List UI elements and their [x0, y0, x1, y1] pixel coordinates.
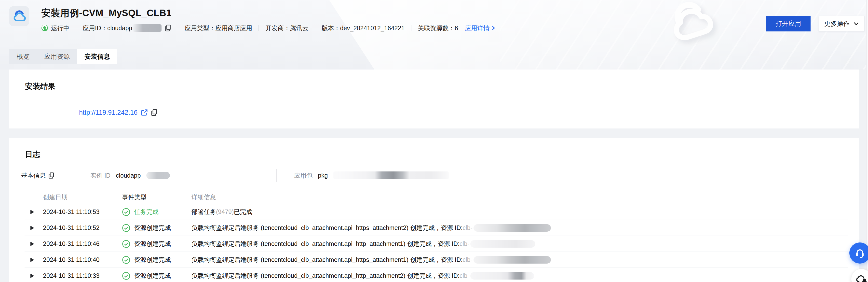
cloudapp-logo-icon	[11, 8, 27, 24]
package-redacted	[333, 171, 449, 179]
log-title: 日志	[25, 149, 40, 160]
row-event-cell: 资源创建完成	[122, 240, 191, 248]
table-row: 2024-10-31 11:10:53 任务完成 部署任务 (9479) 已完成	[25, 204, 848, 220]
log-card: 日志 基本信息 实例 ID cloudapp- 应用包 pkg- 创建	[9, 138, 859, 282]
install-result-link-row: http://119.91.242.16	[79, 108, 158, 117]
table-row: 2024-10-31 11:10:33 资源创建完成 负载均衡监绑定后端服务 (…	[25, 268, 848, 282]
expand-arrow-icon[interactable]	[30, 274, 34, 278]
resource-id-redacted	[473, 256, 551, 263]
tab-bar: 概览 应用资源 安装信息	[9, 49, 117, 64]
meta-divider	[411, 25, 411, 31]
row-detail: 负载均衡监绑定后端服务 (tencentcloud_clb_attachment…	[191, 256, 848, 264]
basic-info-label: 基本信息	[21, 171, 46, 179]
row-event-label: 任务完成	[134, 208, 159, 216]
version-value: dev_20241012_164221	[340, 25, 405, 31]
resource-id-redacted	[470, 240, 535, 248]
meta-item-type: 应用类型：应用商店应用	[185, 24, 252, 32]
row-expand-cell	[25, 210, 43, 214]
app-logo	[9, 6, 29, 26]
app-detail-link-label: 应用详情	[465, 24, 490, 32]
row-date: 2024-10-31 11:10:33	[43, 272, 122, 279]
log-table-header: 创建日期 事件类型 详细信息	[25, 190, 848, 204]
row-detail-text: 负载均衡监绑定后端服务 (tencentcloud_clb_attachment…	[191, 240, 460, 248]
resource-id-redacted	[473, 224, 551, 232]
column-header-detail: 详细信息	[191, 193, 848, 201]
app-type-value: 应用商店应用	[215, 25, 252, 31]
column-header-event: 事件类型	[122, 193, 191, 201]
meta-divider	[258, 25, 259, 31]
more-actions-label: 更多操作	[824, 20, 850, 28]
row-detail: 负载均衡监绑定后端服务 (tencentcloud_clb_attachment…	[191, 240, 848, 248]
app-id-redacted	[132, 24, 161, 32]
copy-icon[interactable]	[151, 109, 158, 116]
instance-id-value: cloudapp-	[116, 172, 143, 179]
row-detail-text: (9479)	[216, 208, 234, 216]
tab-app-resources[interactable]: 应用资源	[37, 49, 77, 64]
copy-icon[interactable]	[165, 25, 171, 31]
page-header: 安装用例-CVM_MySQL_CLB1 运行中 应用ID： cloudapp 应…	[0, 0, 868, 69]
check-circle-icon	[122, 240, 130, 248]
external-link-icon[interactable]	[141, 109, 148, 116]
tab-overview[interactable]: 概览	[9, 49, 37, 64]
open-app-button[interactable]: 打开应用	[766, 16, 811, 31]
check-circle-icon	[122, 224, 130, 232]
support-fab-button[interactable]	[849, 243, 868, 263]
row-detail-text: 已完成	[234, 208, 252, 216]
scrollbar-track[interactable]	[866, 0, 868, 282]
status-text: 运行中	[51, 24, 69, 32]
row-event-label: 资源创建完成	[134, 240, 171, 248]
row-detail-text: 负载均衡监绑定后端服务 (tencentcloud_clb_attachment…	[191, 224, 463, 232]
info-divider	[276, 169, 277, 182]
expand-arrow-icon[interactable]	[30, 226, 34, 230]
meta-divider	[76, 25, 76, 31]
chevron-down-icon	[853, 22, 859, 26]
row-event-cell: 资源创建完成	[122, 224, 191, 232]
tab-install-info[interactable]: 安装信息	[77, 49, 117, 64]
log-info-row: 基本信息 实例 ID cloudapp- 应用包 pkg-	[9, 171, 859, 180]
row-event-cell: 资源创建完成	[122, 256, 191, 264]
meta-item-developer: 开发商：腾讯云	[266, 24, 308, 32]
column-header-date: 创建日期	[43, 193, 122, 201]
row-event-cell: 资源创建完成	[122, 272, 191, 280]
install-result-title: 安装结果	[25, 81, 56, 92]
check-circle-icon	[122, 256, 130, 264]
table-row: 2024-10-31 11:10:46 资源创建完成 负载均衡监绑定后端服务 (…	[25, 236, 848, 252]
row-detail-text: clb-	[460, 240, 469, 247]
expand-arrow-icon[interactable]	[30, 242, 34, 246]
log-table: 创建日期 事件类型 详细信息 2024-10-31 11:10:53 任务完成 …	[25, 190, 848, 282]
running-status-dot-icon	[41, 25, 48, 31]
row-detail-text: clb-	[460, 272, 469, 279]
log-table-body: 2024-10-31 11:10:53 任务完成 部署任务 (9479) 已完成…	[25, 204, 848, 282]
expand-arrow-icon[interactable]	[30, 210, 34, 214]
row-event-cell: 任务完成	[122, 208, 191, 216]
app-type-label: 应用类型：	[185, 25, 215, 31]
row-event-label: 资源创建完成	[134, 272, 171, 280]
app-id-value: cloudapp	[107, 25, 132, 32]
meta-item-resource-count: 关联资源数：6	[418, 24, 458, 32]
install-result-url[interactable]: http://119.91.242.16	[79, 109, 137, 116]
chevron-right-icon	[491, 25, 495, 31]
resource-count-value: 6	[455, 25, 458, 31]
install-result-card: 安装结果 http://119.91.242.16	[9, 69, 859, 129]
version-label: 版本：	[321, 25, 340, 31]
status-badge: 运行中	[41, 24, 69, 32]
app-detail-link[interactable]: 应用详情	[465, 24, 495, 32]
instance-id-label: 实例 ID	[90, 171, 111, 179]
app-meta-row: 运行中 应用ID： cloudapp 应用类型：应用商店应用 开发商：腾讯云 版…	[41, 24, 495, 32]
row-detail-text: clb-	[463, 256, 472, 263]
row-detail-text: 负载均衡监绑定后端服务 (tencentcloud_clb_attachment…	[191, 256, 463, 264]
row-date: 2024-10-31 11:10:46	[43, 240, 122, 247]
row-expand-cell	[25, 242, 43, 246]
developer-value: 腾讯云	[290, 25, 308, 31]
check-circle-icon	[122, 208, 130, 216]
copy-icon[interactable]	[49, 172, 55, 179]
row-detail-text: 负载均衡监绑定后端服务 (tencentcloud_clb_attachment…	[191, 272, 460, 280]
basic-info-group: 基本信息	[21, 171, 55, 180]
developer-label: 开发商：	[266, 25, 290, 31]
more-actions-button[interactable]: 更多操作	[819, 16, 865, 31]
meta-item-version: 版本：dev_20241012_164221	[321, 24, 405, 32]
row-date: 2024-10-31 11:10:40	[43, 256, 122, 263]
expand-arrow-icon[interactable]	[30, 258, 34, 262]
check-circle-icon	[122, 272, 130, 280]
row-detail: 负载均衡监绑定后端服务 (tencentcloud_clb_attachment…	[191, 224, 848, 232]
